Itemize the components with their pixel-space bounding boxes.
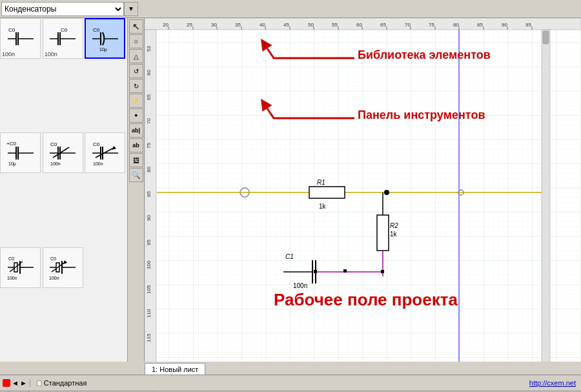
svg-text:R2: R2: [390, 222, 398, 229]
top-bar: Конденсаторы Резисторы Катушки индуктивн…: [0, 0, 581, 18]
canvas-area[interactable]: 20 25 30 35 40 45 50 55 60 65 70 75 80 8…: [145, 18, 581, 362]
svg-text:100n: 100n: [49, 276, 59, 280]
svg-text:95: 95: [525, 22, 531, 28]
svg-text:75: 75: [146, 143, 152, 149]
svg-text:53: 53: [146, 46, 152, 52]
svg-rect-124: [543, 31, 549, 44]
svg-text:35: 35: [235, 22, 241, 28]
svg-text:70: 70: [146, 118, 152, 124]
svg-text:60: 60: [356, 22, 362, 28]
component-select[interactable]: Конденсаторы Резисторы Катушки индуктивн…: [1, 2, 124, 16]
website-link[interactable]: http://cxem.net: [529, 379, 576, 387]
svg-text:90: 90: [502, 22, 507, 28]
workfield-label: Рабочее поле проекта: [274, 290, 458, 310]
svg-text:80: 80: [453, 22, 459, 28]
svg-text:55: 55: [332, 22, 338, 28]
tool-image[interactable]: 🖼: [129, 153, 143, 167]
tool-rotate-ccw[interactable]: ↺: [129, 64, 143, 78]
standard-label: 📋 Стандартная: [36, 379, 87, 387]
svg-text:90: 90: [146, 215, 152, 221]
svg-text:1k: 1k: [319, 203, 327, 210]
svg-text:105: 105: [146, 285, 152, 294]
svg-text:R1: R1: [317, 179, 325, 186]
svg-text:C0: C0: [93, 27, 100, 33]
svg-text:100n: 100n: [93, 161, 103, 166]
comp-item-c0-100n-var2[interactable]: C0 100n: [85, 132, 125, 173]
svg-text:C0: C0: [61, 27, 68, 33]
svg-text:85: 85: [146, 191, 152, 197]
svg-marker-48: [63, 260, 67, 264]
svg-text:115: 115: [146, 333, 152, 342]
svg-rect-108: [377, 215, 389, 251]
comp-item-c0-polar-10u[interactable]: C0 10μ: [85, 18, 125, 59]
library-panel: C0 100n C0 100n C0 10μ: [0, 18, 128, 362]
tool-circle[interactable]: ○: [129, 34, 143, 48]
comp-item-c0-100n-2[interactable]: C0 100n: [43, 18, 83, 59]
svg-rect-120: [314, 270, 317, 273]
svg-text:25: 25: [187, 22, 192, 28]
svg-text:C1: C1: [285, 253, 294, 260]
comp-item-c0-100n-trim2[interactable]: C0 100n: [43, 247, 83, 288]
comp-item-c0-100n-1[interactable]: C0 100n: [0, 18, 41, 59]
svg-text:+C0: +C0: [6, 141, 16, 147]
svg-text:20: 20: [163, 22, 168, 28]
svg-text:C0: C0: [50, 141, 57, 147]
tool-triangle[interactable]: △: [129, 49, 143, 63]
svg-text:100n: 100n: [293, 282, 307, 289]
vertical-toolbar: ↖ ○ △ ↺ ↻ ⚡ ✦ ab| ab 🖼 🔍: [128, 18, 145, 362]
svg-text:10μ: 10μ: [8, 161, 16, 167]
svg-line-32: [96, 147, 115, 158]
main-layout: C0 100n C0 100n C0 10μ: [0, 18, 581, 362]
dropdown-arrow-btn[interactable]: ▼: [124, 2, 138, 16]
svg-point-103: [384, 190, 389, 195]
bottom-bar: ◄ ► 📋 Стандартная http://cxem.net: [0, 375, 581, 391]
schematic-canvas: 20 25 30 35 40 45 50 55 60 65 70 75 80 8…: [145, 18, 581, 362]
svg-text:50: 50: [308, 22, 314, 28]
tool-pointer[interactable]: ↖: [129, 19, 143, 34]
tool-wire[interactable]: ⚡: [129, 94, 143, 108]
sheet-tab-1[interactable]: 1: Новый лист: [145, 363, 205, 375]
svg-text:60: 60: [146, 70, 152, 76]
svg-text:45: 45: [283, 22, 289, 28]
svg-text:85: 85: [477, 22, 483, 28]
svg-text:C0: C0: [50, 256, 56, 261]
library-label: Библиотека элементов: [358, 48, 491, 62]
svg-text:1k: 1k: [390, 231, 398, 238]
tool-text-ab2[interactable]: ab: [129, 138, 143, 152]
tab-bar: 1: Новый лист: [0, 362, 581, 375]
toolbar-label: Панель инструментов: [358, 108, 485, 122]
svg-text:100n: 100n: [50, 161, 61, 166]
svg-text:10μ: 10μ: [99, 47, 107, 52]
svg-rect-105: [309, 187, 345, 198]
svg-text:70: 70: [405, 22, 411, 28]
svg-line-25: [53, 147, 69, 158]
tool-text-ab1[interactable]: ab|: [129, 123, 143, 138]
arrow-left-btn[interactable]: ◄: [12, 379, 19, 387]
tool-star[interactable]: ✦: [129, 108, 143, 123]
arrow-right-btn[interactable]: ►: [20, 379, 27, 387]
svg-text:95: 95: [146, 240, 152, 245]
svg-text:80: 80: [146, 167, 152, 172]
toolbar-annotation: Панель инструментов: [254, 105, 358, 131]
svg-rect-123: [542, 30, 550, 362]
svg-text:C0: C0: [93, 141, 100, 147]
svg-text:40: 40: [260, 22, 265, 28]
svg-rect-52: [145, 18, 581, 362]
svg-rect-122: [381, 270, 384, 273]
svg-text:100n: 100n: [7, 276, 17, 280]
svg-text:110: 110: [146, 309, 152, 318]
svg-text:75: 75: [429, 22, 434, 28]
svg-text:C0: C0: [8, 256, 14, 261]
svg-text:65: 65: [146, 94, 152, 100]
tool-rotate-cw[interactable]: ↻: [129, 79, 143, 93]
comp-item-c0-100n-var1[interactable]: C0 100n: [43, 132, 83, 173]
comp-item-c0-100n-trim1[interactable]: C0 100n: [0, 247, 41, 288]
svg-text:30: 30: [211, 22, 217, 28]
svg-rect-53: [145, 18, 581, 30]
svg-rect-119: [343, 269, 347, 273]
comp-item-c0-elec-10u[interactable]: +C0 10μ: [0, 132, 41, 173]
library-annotation: Библиотека элементов: [254, 45, 358, 71]
svg-text:100: 100: [146, 260, 152, 269]
tool-zoom[interactable]: 🔍: [129, 168, 143, 182]
svg-text:C0: C0: [8, 27, 15, 33]
